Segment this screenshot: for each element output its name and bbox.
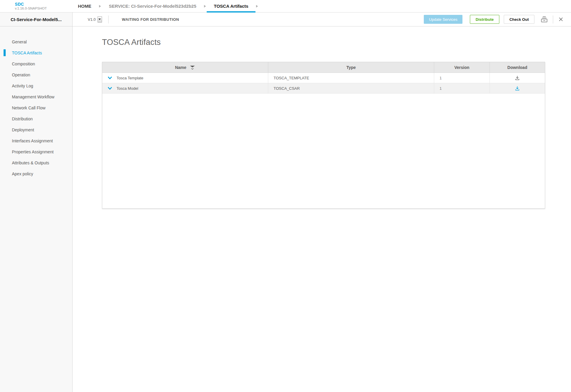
artifact-name: Tosca Model — [117, 86, 138, 91]
chevron-down-icon[interactable] — [107, 86, 113, 90]
header-divider — [553, 15, 553, 23]
app-build-version: v.1.16.0-SNAPSHOT — [15, 7, 64, 10]
sidebar-item-management-workflow[interactable]: Management Workflow — [0, 91, 72, 102]
chevron-down-icon[interactable] — [107, 76, 113, 80]
workspace-header: V1.0 WAITING FOR DISTRIBUTION Update Ser… — [73, 12, 571, 26]
sidebar-item-attributes-outputs[interactable]: Attributes & Outputs — [0, 157, 72, 168]
version-label: V1.0 — [88, 17, 96, 22]
breadcrumb-arrow-icon — [255, 0, 259, 12]
sidebar-item-distribution[interactable]: Distribution — [0, 113, 72, 124]
breadcrumb-tosca-artifacts[interactable]: TOSCA Artifacts — [207, 0, 255, 12]
sidebar-item-properties-assignment[interactable]: Properties Assignment — [0, 146, 72, 157]
version-selector[interactable]: V1.0 — [88, 16, 102, 23]
entity-title: CI-Service-For-Model5... — [0, 12, 72, 26]
workspace: CI-Service-For-Model5... General TOSCA A… — [0, 12, 571, 392]
sdc-logo: SDC v.1.16.0-SNAPSHOT — [15, 0, 64, 12]
artifact-type: TOSCA_CSAR — [268, 83, 434, 93]
column-header-name[interactable]: Name — [102, 62, 268, 73]
check-out-button[interactable]: Check Out — [504, 15, 534, 24]
sidebar-item-operation[interactable]: Operation — [0, 69, 72, 80]
top-navigation-bar: SDC v.1.16.0-SNAPSHOT HOME SERVICE: CI-S… — [0, 0, 571, 12]
sidebar-item-tosca-artifacts[interactable]: TOSCA Artifacts — [0, 47, 72, 58]
sidebar-item-general[interactable]: General — [0, 36, 72, 47]
table-row[interactable]: Tosca Model TOSCA_CSAR 1 — [102, 83, 545, 94]
sort-descending-icon — [189, 65, 195, 70]
sidebar-item-apex-policy[interactable]: Apex policy — [0, 168, 72, 179]
lifecycle-status: WAITING FOR DISTRIBUTION — [122, 17, 179, 22]
artifact-type: TOSCA_TEMPLATE — [268, 73, 434, 83]
table-row[interactable]: Tosca Template TOSCA_TEMPLATE 1 — [102, 73, 545, 83]
column-header-download: Download — [490, 62, 545, 73]
update-services-button[interactable]: Update Services — [424, 15, 462, 24]
sidebar-item-activity-log[interactable]: Activity Log — [0, 80, 72, 91]
column-header-version: Version — [434, 62, 490, 73]
sidebar-item-composition[interactable]: Composition — [0, 58, 72, 69]
table-empty-area — [102, 94, 545, 208]
table-header-row: Name Type Version Download — [102, 62, 545, 73]
close-icon[interactable] — [558, 16, 564, 22]
sidebar-item-deployment[interactable]: Deployment — [0, 124, 72, 135]
content-area: TOSCA Artifacts Name Type Version — [73, 26, 571, 209]
sidebar: CI-Service-For-Model5... General TOSCA A… — [0, 12, 73, 392]
breadcrumb-arrow-icon — [98, 0, 102, 12]
sidebar-menu: General TOSCA Artifacts Composition Oper… — [0, 26, 72, 179]
distribute-button[interactable]: Distribute — [470, 15, 499, 24]
main-panel: V1.0 WAITING FOR DISTRIBUTION Update Ser… — [73, 12, 571, 392]
column-header-type: Type — [268, 62, 434, 73]
app-name: SDC — [15, 2, 64, 7]
sidebar-item-network-call-flow[interactable]: Network Call Flow — [0, 102, 72, 113]
breadcrumb-service[interactable]: SERVICE: CI-Service-For-Model523d2b25 — [102, 0, 203, 12]
artifact-version: 1 — [434, 83, 490, 93]
tosca-artifacts-table: Name Type Version Download — [102, 62, 545, 209]
print-icon[interactable] — [540, 15, 549, 23]
breadcrumb-home[interactable]: HOME — [71, 0, 98, 12]
breadcrumb: HOME SERVICE: CI-Service-For-Model523d2b… — [71, 0, 259, 12]
download-icon[interactable] — [514, 85, 520, 92]
artifact-version: 1 — [434, 73, 490, 83]
artifact-name: Tosca Template — [117, 76, 143, 80]
download-icon[interactable] — [514, 75, 520, 81]
version-dropdown-caret-icon[interactable] — [98, 16, 102, 23]
breadcrumb-arrow-icon — [203, 0, 207, 12]
page-title: TOSCA Artifacts — [102, 38, 545, 47]
sidebar-item-interfaces-assignment[interactable]: Interfaces Assignment — [0, 135, 72, 146]
header-divider — [108, 15, 109, 23]
